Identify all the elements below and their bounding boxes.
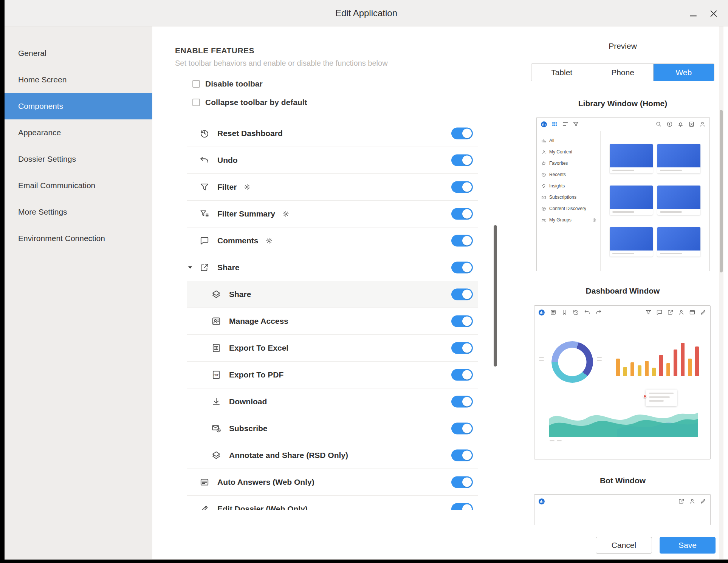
toggle-download[interactable]: [451, 396, 473, 408]
feature-label: Share: [217, 263, 239, 272]
manage-access-icon: [211, 316, 221, 326]
add-circle-icon: [666, 121, 673, 127]
bar: [616, 359, 620, 376]
toggle-export-to-excel[interactable]: [451, 342, 473, 354]
enable-features-heading: ENABLE FEATURES: [175, 46, 254, 55]
mstr-logo-icon: [538, 498, 545, 505]
toggle-export-to-pdf[interactable]: [451, 369, 473, 381]
feature-label: Comments: [217, 236, 259, 245]
window-scrollbar-thumb[interactable]: [720, 110, 723, 272]
library-toolbar: [537, 118, 709, 131]
library-tile: [610, 227, 653, 257]
sidebar-item-email-communication[interactable]: Email Communication: [5, 172, 152, 199]
feature-row-export-to-pdf: PDFExport To PDF: [187, 362, 478, 388]
account-person-icon: [699, 121, 706, 127]
collapse-toolbar-row: Collapse toolbar by default: [192, 98, 307, 107]
tab-tablet[interactable]: Tablet: [531, 64, 592, 81]
share-icon-small: [678, 498, 685, 504]
bar: [659, 355, 663, 376]
cancel-button[interactable]: Cancel: [596, 537, 652, 554]
sidebar-item-dossier-settings[interactable]: Dossier Settings: [5, 146, 152, 172]
edit-application-window: Edit Application GeneralHome ScreenCompo…: [5, 0, 728, 560]
sidebar-item-environment-connection[interactable]: Environment Connection: [5, 225, 152, 252]
history-icon: [573, 309, 579, 316]
comment-icon-small: [656, 309, 663, 316]
feature-list-scrollbar-thumb[interactable]: [494, 225, 497, 367]
feature-row-reset-dashboard: Reset Dashboard: [187, 120, 478, 147]
donut-chart: [551, 341, 593, 383]
bar: [674, 350, 677, 376]
toggle-undo[interactable]: [451, 155, 473, 166]
chart-ticks: [539, 357, 544, 361]
sidebar-item-components[interactable]: Components: [5, 93, 152, 119]
tab-web[interactable]: Web: [654, 64, 714, 81]
feature-row-filter: Filter: [187, 174, 478, 201]
download-icon: [211, 397, 221, 407]
content-discovery-icon: [541, 206, 546, 211]
sidebar-item-more-settings[interactable]: More Settings: [5, 199, 152, 225]
filter-summary-icon: [200, 209, 209, 219]
sidebar-item-general[interactable]: General: [5, 40, 152, 67]
feature-list: Reset DashboardUndoFilterFilter SummaryC…: [187, 120, 478, 510]
toggle-filter[interactable]: [451, 181, 473, 193]
feature-label: Export To Excel: [229, 343, 288, 353]
tab-phone[interactable]: Phone: [592, 64, 653, 81]
sidebar-item-home-screen[interactable]: Home Screen: [5, 67, 152, 93]
page-person-icon: [688, 121, 695, 127]
library-sidebar-item-recents: Recents: [537, 169, 600, 180]
bar: [652, 368, 656, 376]
minimize-button[interactable]: [688, 8, 699, 19]
collapse-toolbar-checkbox[interactable]: [192, 99, 200, 106]
close-button[interactable]: [708, 8, 719, 19]
svg-text:PDF: PDF: [214, 374, 218, 376]
toggle-share[interactable]: [451, 262, 473, 274]
favorites-star-icon: [541, 161, 546, 166]
bot-window-preview: [534, 494, 711, 525]
disable-toolbar-checkbox[interactable]: [192, 80, 200, 88]
toggle-subscribe[interactable]: [451, 423, 473, 435]
toggle-annotate-and-share-rsd-only[interactable]: [451, 450, 473, 461]
edit-pencil-icon: [700, 309, 706, 316]
toc-icon: [550, 309, 556, 316]
dashboard-toolbar-left: [538, 309, 602, 316]
toggle-edit-dossier-web-only[interactable]: [451, 503, 473, 510]
toggle-comments[interactable]: [451, 235, 473, 247]
feature-row-annotate-and-share-rsd-only: Annotate and Share (RSD Only): [187, 442, 478, 469]
library-sidebar: AllMy ContentFavoritesRecentsInsightsSub…: [537, 131, 601, 271]
library-tile: [657, 227, 700, 257]
bar: [623, 367, 627, 376]
library-sidebar-item-all: All: [537, 135, 600, 146]
tooltip-card: [646, 390, 677, 406]
toggle-manage-access[interactable]: [451, 316, 473, 327]
library-sidebar-item-my-groups: My Groups: [537, 214, 600, 226]
my-content-icon: [541, 150, 546, 155]
gear-icon[interactable]: [243, 183, 251, 191]
toggle-reset-dashboard[interactable]: [451, 128, 473, 139]
toggle-auto-answers-web-only[interactable]: [451, 476, 473, 488]
dashboard-window-preview: [534, 305, 711, 459]
gear-icon[interactable]: [265, 237, 273, 244]
bar: [666, 363, 670, 376]
edit-dossier-icon: [200, 504, 209, 510]
library-sidebar-label: My Groups: [549, 217, 572, 223]
library-tile: [610, 144, 653, 173]
library-tile: [610, 186, 653, 215]
save-button[interactable]: Save: [660, 537, 716, 554]
sidebar-item-appearance[interactable]: Appearance: [5, 119, 152, 146]
feature-row-edit-dossier-web-only: Edit Dossier (Web Only): [187, 496, 478, 510]
title-bar: Edit Application: [5, 0, 728, 26]
undo-icon-small: [584, 309, 590, 316]
reset-dashboard-icon: [200, 128, 209, 138]
caret-down-icon[interactable]: [187, 264, 193, 271]
feature-label: Auto Answers (Web Only): [217, 478, 314, 487]
feature-label: Export To PDF: [229, 370, 283, 379]
disable-toolbar-row: Disable toolbar: [192, 79, 263, 88]
gear-icon[interactable]: [282, 210, 290, 218]
library-sidebar-label: Content Discovery: [549, 206, 586, 211]
dashboard-toolbar: [534, 306, 710, 319]
feature-row-undo: Undo: [187, 147, 478, 174]
feature-label: Annotate and Share (RSD Only): [229, 451, 348, 460]
feature-label: Edit Dossier (Web Only): [217, 504, 308, 510]
toggle-filter-summary[interactable]: [451, 208, 473, 220]
toggle-share[interactable]: [451, 289, 473, 300]
